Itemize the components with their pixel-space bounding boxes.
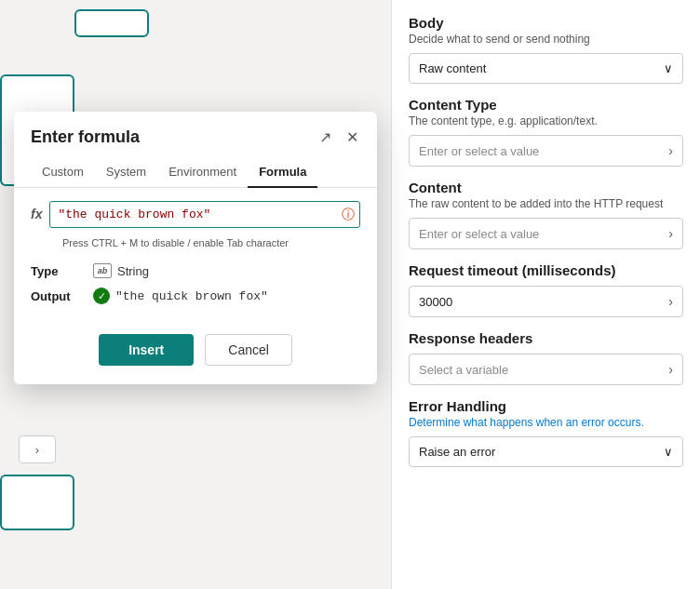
modal-header: Enter formula ↗ ✕	[14, 112, 377, 157]
formula-tabs: Custom System Environment Formula	[14, 157, 377, 188]
output-value: ✓ "the quick brown fox"	[93, 288, 268, 304]
timeout-title: Request timeout (milliseconds)	[409, 262, 683, 278]
formula-input[interactable]	[49, 201, 360, 228]
chevron-down-icon-2: ∨	[664, 445, 673, 459]
response-headers-section: Response headers Select a variable ›	[409, 330, 683, 385]
enter-formula-modal: Enter formula ↗ ✕ Custom System Environm…	[14, 112, 377, 384]
content-input[interactable]: Enter or select a value ›	[409, 218, 683, 249]
body-dropdown[interactable]: Raw content ∨	[409, 53, 683, 84]
content-subtitle: The raw content to be added into the HTT…	[409, 197, 683, 210]
right-panel: Body Decide what to send or send nothing…	[391, 0, 700, 589]
chevron-down-icon: ∨	[664, 61, 673, 75]
expand-icon: ↗	[319, 128, 331, 146]
close-icon: ✕	[346, 128, 358, 146]
content-type-section: Content Type The content type, e.g. appl…	[409, 97, 683, 167]
insert-button[interactable]: Insert	[99, 334, 194, 366]
tab-environment[interactable]: Environment	[157, 157, 248, 188]
response-headers-dropdown[interactable]: Select a variable ›	[409, 354, 683, 385]
cancel-button[interactable]: Cancel	[205, 334, 292, 366]
fx-label: fx	[31, 201, 42, 221]
modal-footer: Insert Cancel	[14, 321, 377, 366]
error-handling-value: Raise an error	[419, 445, 495, 459]
response-headers-placeholder: Select a variable	[419, 363, 508, 377]
timeout-value: 30000	[419, 295, 452, 309]
error-handling-section: Error Handling Determine what happens wh…	[409, 398, 683, 467]
type-row: Type ab String	[31, 263, 360, 278]
type-value: ab String	[93, 263, 149, 278]
modal-header-icons: ↗ ✕	[317, 127, 360, 148]
output-label: Output	[31, 289, 82, 303]
formula-area: fx ⓘ	[14, 188, 377, 234]
arrow-right-btn[interactable]: ›	[19, 435, 56, 463]
tab-formula[interactable]: Formula	[248, 157, 317, 188]
content-type-input[interactable]: Enter or select a value ›	[409, 135, 683, 167]
body-subtitle: Decide what to send or send nothing	[409, 33, 683, 46]
response-headers-title: Response headers	[409, 330, 683, 346]
content-placeholder: Enter or select a value	[419, 227, 539, 241]
bg-node-top	[74, 9, 149, 37]
content-type-title: Content Type	[409, 97, 683, 113]
content-section: Content The raw content to be added into…	[409, 180, 683, 249]
formula-input-wrap: ⓘ	[49, 201, 360, 228]
type-label: Type	[31, 264, 82, 278]
expand-button[interactable]: ↗	[317, 127, 333, 148]
arrow-right-icon: ›	[35, 443, 39, 457]
error-handling-title: Error Handling	[409, 398, 683, 414]
check-icon: ✓	[93, 288, 110, 304]
timeout-input[interactable]: 30000 ›	[409, 286, 683, 317]
tab-custom[interactable]: Custom	[31, 157, 95, 188]
formula-hint: Press CTRL + M to disable / enable Tab c…	[14, 234, 377, 248]
timeout-section: Request timeout (milliseconds) 30000 ›	[409, 262, 683, 317]
content-type-subtitle: The content type, e.g. application/text.	[409, 114, 683, 127]
bg-node-bottom: ›	[0, 475, 74, 530]
output-text: "the quick brown fox"	[115, 289, 268, 303]
left-panel: ⋮ › Enter formula ↗ ✕ Custom	[0, 0, 391, 589]
modal-title: Enter formula	[31, 127, 140, 147]
chevron-right-icon-3: ›	[668, 294, 673, 309]
output-row: Output ✓ "the quick brown fox"	[31, 288, 360, 304]
error-handling-subtitle: Determine what happens when an error occ…	[409, 416, 683, 429]
body-dropdown-value: Raw content	[419, 61, 486, 75]
error-handling-dropdown[interactable]: Raise an error ∨	[409, 436, 683, 467]
body-section: Body Decide what to send or send nothing…	[409, 15, 683, 84]
content-title: Content	[409, 180, 683, 195]
string-type-icon: ab	[93, 263, 112, 278]
chevron-right-icon-4: ›	[668, 362, 673, 377]
info-icon: ⓘ	[342, 207, 355, 223]
body-title: Body	[409, 15, 683, 31]
close-button[interactable]: ✕	[344, 127, 360, 148]
type-text: String	[117, 264, 149, 278]
chevron-right-icon-2: ›	[668, 226, 673, 241]
content-type-placeholder: Enter or select a value	[419, 144, 539, 158]
chevron-right-icon: ›	[668, 143, 673, 158]
formula-meta: Type ab String Output ✓ "the quick brown…	[14, 248, 377, 321]
tab-system[interactable]: System	[95, 157, 157, 188]
